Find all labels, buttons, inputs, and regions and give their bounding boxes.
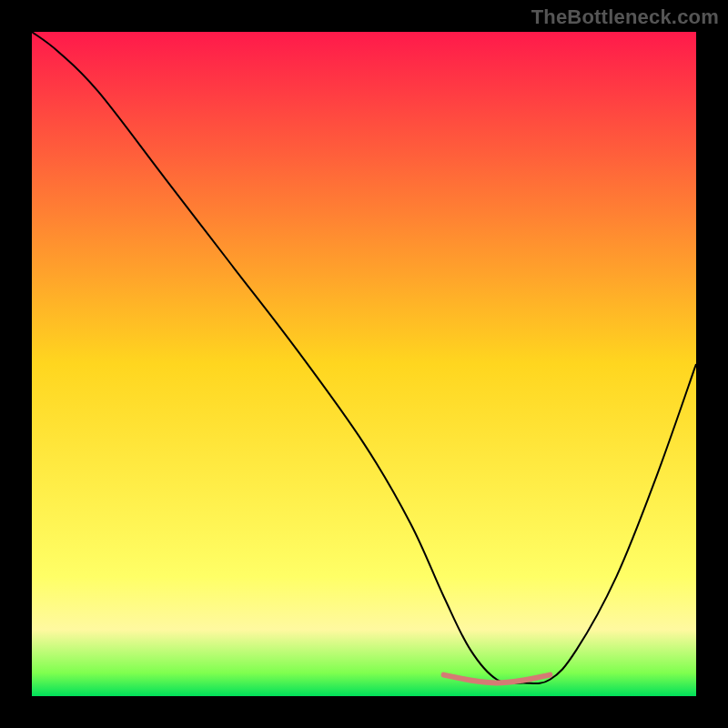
watermark-text: TheBottleneck.com [531, 5, 719, 29]
chart-frame: TheBottleneck.com [0, 0, 728, 728]
gradient-background [32, 32, 696, 696]
plot-area [32, 32, 696, 696]
bottleneck-chart [32, 32, 696, 696]
